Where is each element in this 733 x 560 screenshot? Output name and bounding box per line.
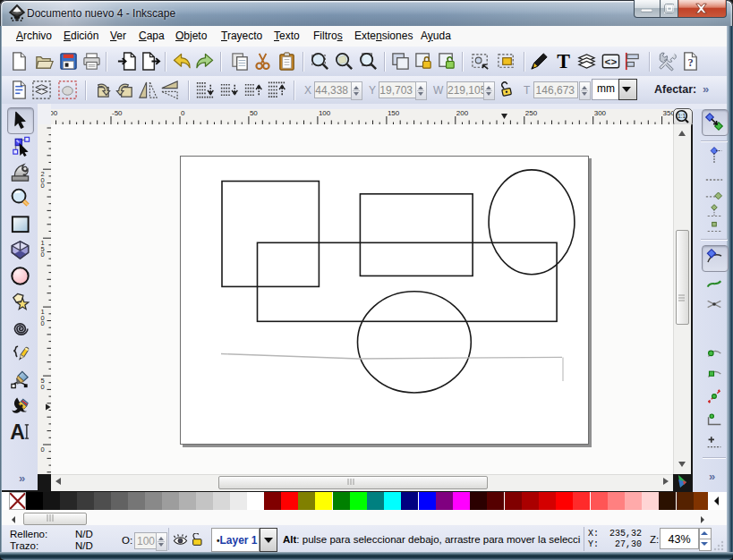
svg-text:0: 0	[41, 383, 45, 391]
svg-text:T: T	[557, 51, 570, 72]
svg-text:-50: -50	[112, 109, 123, 117]
svg-text:0: 0	[41, 319, 45, 327]
svg-text:A: A	[10, 421, 25, 442]
svg-text:-100: -100	[51, 109, 58, 117]
svg-text:0: 0	[41, 250, 45, 259]
svg-text:1:1: 1:1	[678, 113, 686, 119]
svg-text:350: 350	[663, 109, 673, 117]
svg-text:50: 50	[250, 109, 258, 117]
svg-text:200: 200	[456, 109, 469, 117]
svg-text:300: 300	[594, 109, 607, 117]
svg-text:100: 100	[319, 109, 331, 117]
svg-text:150: 150	[388, 109, 400, 117]
svg-text:0: 0	[41, 445, 45, 454]
svg-text:0: 0	[181, 109, 185, 117]
svg-text:<>: <>	[605, 55, 618, 67]
svg-text:0: 0	[41, 182, 45, 190]
svg-text:?: ?	[687, 56, 693, 69]
svg-text:250: 250	[525, 109, 538, 117]
